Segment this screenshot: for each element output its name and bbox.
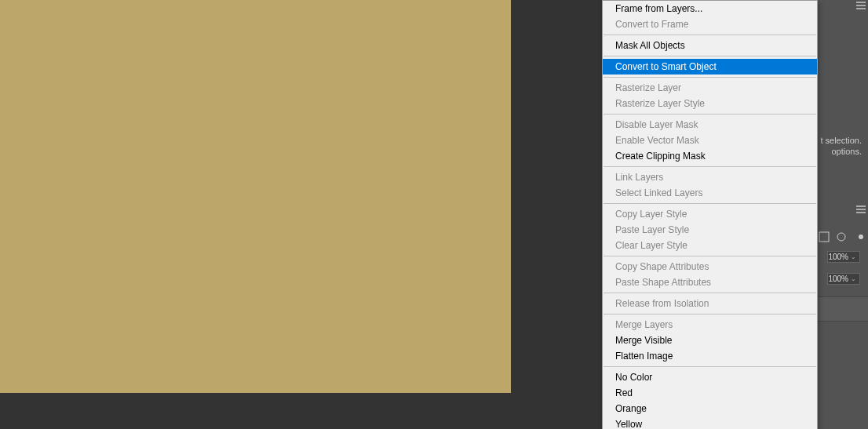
opacity-value: 100% <box>828 253 848 261</box>
menu-item-frame-from-layers[interactable]: Frame from Layers... <box>603 1 817 16</box>
panel-hint-text: t selection. options. <box>820 135 862 157</box>
menu-item-orange[interactable]: Orange <box>603 401 817 416</box>
menu-item-convert-to-frame: Convert to Frame <box>603 16 817 32</box>
menu-item-copy-shape-attributes: Copy Shape Attributes <box>603 259 817 274</box>
fill-input[interactable]: 100% ⌄ <box>827 273 860 285</box>
menu-item-merge-visible[interactable]: Merge Visible <box>603 333 817 348</box>
layer-row[interactable] <box>817 296 868 322</box>
menu-separator <box>604 56 816 56</box>
menu-item-paste-layer-style: Paste Layer Style <box>603 222 817 238</box>
layer-filter-icons <box>818 231 865 243</box>
right-panels: t selection. options. 100% ⌄ 100% ⌄ <box>817 0 868 429</box>
opacity-input[interactable]: 100% ⌄ <box>827 251 860 263</box>
menu-separator <box>604 366 816 367</box>
filter-adjustment-icon[interactable] <box>835 231 848 243</box>
menu-item-enable-vector-mask: Enable Vector Mask <box>603 133 817 148</box>
menu-item-paste-shape-attributes: Paste Shape Attributes <box>603 274 817 290</box>
svg-point-1 <box>837 233 845 241</box>
menu-separator <box>604 203 816 204</box>
chevron-down-icon: ⌄ <box>851 253 856 260</box>
menu-separator <box>604 314 816 314</box>
menu-item-clear-layer-style: Clear Layer Style <box>603 238 817 253</box>
menu-item-mask-all-objects[interactable]: Mask All Objects <box>603 38 817 53</box>
menu-item-convert-to-smart-object[interactable]: Convert to Smart Object <box>603 59 817 75</box>
menu-separator <box>604 293 816 293</box>
menu-item-disable-layer-mask: Disable Layer Mask <box>603 117 817 133</box>
menu-item-select-linked-layers: Select Linked Layers <box>603 185 817 201</box>
filter-toggle-icon[interactable] <box>852 231 865 243</box>
menu-item-yellow[interactable]: Yellow <box>603 416 817 429</box>
menu-item-rasterize-layer-style: Rasterize Layer Style <box>603 96 817 111</box>
hint-line: options. <box>820 146 862 157</box>
menu-item-copy-layer-style: Copy Layer Style <box>603 206 817 222</box>
layer-context-menu: Frame from Layers...Convert to FrameMask… <box>602 0 818 429</box>
canvas-area[interactable] <box>0 0 511 393</box>
menu-item-merge-layers: Merge Layers <box>603 317 817 333</box>
menu-item-red[interactable]: Red <box>603 385 817 401</box>
menu-item-flatten-image[interactable]: Flatten Image <box>603 348 817 364</box>
fill-value: 100% <box>828 274 848 283</box>
menu-separator <box>604 35 816 35</box>
svg-point-2 <box>859 234 863 239</box>
menu-item-no-color[interactable]: No Color <box>603 369 817 385</box>
menu-separator <box>604 166 816 167</box>
hint-line: t selection. <box>820 135 862 146</box>
panel-menu-icon[interactable] <box>855 204 866 217</box>
menu-item-create-clipping-mask[interactable]: Create Clipping Mask <box>603 148 817 164</box>
filter-pixel-icon[interactable] <box>818 231 830 243</box>
menu-separator <box>604 114 816 115</box>
menu-separator <box>604 77 816 78</box>
svg-rect-0 <box>819 232 829 242</box>
menu-item-link-layers: Link Layers <box>603 169 817 185</box>
menu-item-release-from-isolation: Release from Isolation <box>603 296 817 311</box>
chevron-down-icon: ⌄ <box>851 275 856 282</box>
menu-separator <box>604 256 816 256</box>
menu-item-rasterize-layer: Rasterize Layer <box>603 80 817 96</box>
panel-menu-icon[interactable] <box>855 0 866 13</box>
